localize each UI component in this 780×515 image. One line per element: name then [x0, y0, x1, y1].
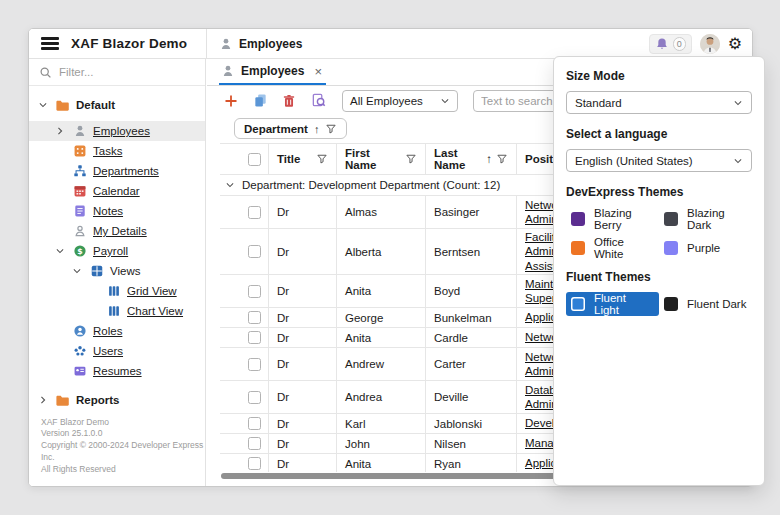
- language-select[interactable]: English (United States): [566, 149, 752, 172]
- filter-funnel-icon[interactable]: [496, 153, 508, 165]
- filter-dropdown[interactable]: All Employees: [342, 90, 458, 112]
- about-info: XAF Blazor DemoVersion 25.1.0.0Copyright…: [41, 417, 205, 476]
- resume-icon: [72, 364, 87, 379]
- sidebar-item-users[interactable]: Users: [29, 341, 205, 361]
- row-indent-cell: [220, 308, 240, 327]
- sidebar-item-notes[interactable]: Notes: [29, 201, 205, 221]
- user-avatar[interactable]: [700, 34, 720, 54]
- theme-option-purple[interactable]: Purple: [659, 236, 752, 260]
- cell-last-name: Bunkelman: [426, 308, 517, 327]
- cell-title: Dr: [269, 196, 337, 228]
- sidebar-item-default[interactable]: Default: [29, 95, 205, 115]
- hamburger-menu-icon[interactable]: [41, 37, 59, 50]
- sidebar-item-grid-view[interactable]: Grid View: [29, 281, 205, 301]
- column-header-last-name[interactable]: Last Name↑: [426, 144, 517, 174]
- row-checkbox[interactable]: [248, 285, 261, 298]
- row-indent-cell: [220, 328, 240, 347]
- cell-last-name: Basinger: [426, 196, 517, 228]
- theme-option-blazing-berry[interactable]: Blazing Berry: [566, 207, 659, 231]
- sidebar-item-label: Views: [110, 265, 140, 277]
- row-checkbox[interactable]: [248, 245, 261, 258]
- sidebar-item-tasks[interactable]: Tasks: [29, 141, 205, 161]
- row-checkbox[interactable]: [248, 391, 261, 404]
- row-select-cell: [240, 348, 269, 380]
- notifications-button[interactable]: 0: [649, 34, 692, 54]
- cell-title: Dr: [269, 348, 337, 380]
- cell-first-name: Karl: [337, 414, 426, 433]
- sidebar-item-label: My Details: [93, 225, 147, 237]
- column-header-label: Last Name: [434, 147, 478, 171]
- bars-icon: [106, 284, 121, 299]
- row-checkbox[interactable]: [248, 331, 261, 344]
- sidebar-item-roles[interactable]: Roles: [29, 321, 205, 341]
- theme-option-blazing-dark[interactable]: Blazing Dark: [659, 207, 752, 231]
- row-checkbox[interactable]: [248, 437, 261, 450]
- sidebar-item-label: Resumes: [93, 365, 142, 377]
- sidebar-item-employees[interactable]: Employees: [29, 121, 205, 141]
- close-icon[interactable]: ×: [314, 65, 322, 78]
- theme-option-fluent-dark[interactable]: Fluent Dark: [659, 292, 752, 316]
- navigation-tree: DefaultEmployeesTasksDepartmentsCalendar…: [29, 86, 205, 410]
- role-icon: [72, 324, 87, 339]
- cell-last-name: Deville: [426, 381, 517, 413]
- sort-asc-icon: ↑: [486, 153, 492, 165]
- cell-title: Dr: [269, 414, 337, 433]
- new-button[interactable]: [220, 90, 242, 112]
- sidebar-item-views[interactable]: Views: [29, 261, 205, 281]
- cell-last-name: Boyd: [426, 275, 517, 307]
- theme-swatch-icon: [571, 212, 585, 226]
- sidebar-item-calendar[interactable]: Calendar: [29, 181, 205, 201]
- users-icon: [72, 344, 87, 359]
- filter-funnel-icon[interactable]: [316, 153, 328, 165]
- column-header-title[interactable]: Title: [269, 144, 337, 174]
- settings-gear-icon[interactable]: ⚙: [728, 36, 742, 52]
- row-checkbox[interactable]: [248, 358, 261, 371]
- chevron-down-icon: [440, 96, 450, 106]
- sidebar-item-label: Departments: [93, 165, 159, 177]
- theme-option-fluent-light[interactable]: Fluent Light: [566, 292, 659, 316]
- row-checkbox[interactable]: [248, 311, 261, 324]
- theme-option-office-white[interactable]: Office White: [566, 236, 659, 260]
- language-value: English (United States): [575, 155, 693, 167]
- breadcrumb: Employees: [219, 37, 302, 51]
- devexpress-theme-list: Blazing BerryBlazing DarkOffice WhitePur…: [566, 207, 752, 260]
- sidebar-item-label: Grid View: [127, 285, 177, 297]
- row-checkbox[interactable]: [248, 417, 261, 430]
- chevron-right-icon[interactable]: [37, 395, 49, 405]
- chevron-down-icon[interactable]: [71, 266, 83, 276]
- theme-label: Blazing Berry: [594, 207, 654, 231]
- row-checkbox[interactable]: [248, 457, 261, 470]
- select-all-checkbox[interactable]: [248, 153, 261, 166]
- cell-first-name: Anita: [337, 328, 426, 347]
- sidebar-item-payroll[interactable]: $Payroll: [29, 241, 205, 261]
- group-chip-department[interactable]: Department ↑: [234, 118, 347, 139]
- sidebar-item-departments[interactable]: Departments: [29, 161, 205, 181]
- tab-employees[interactable]: Employees ×: [219, 59, 326, 85]
- row-checkbox[interactable]: [248, 206, 261, 219]
- person-icon: [72, 124, 87, 139]
- filter-input[interactable]: [59, 66, 179, 78]
- clone-button[interactable]: [249, 90, 271, 112]
- row-select-cell: [240, 308, 269, 327]
- filter-report-button[interactable]: [307, 90, 329, 112]
- chevron-down-icon[interactable]: [54, 246, 66, 256]
- filter-funnel-icon[interactable]: [325, 123, 337, 135]
- chevron-down-icon[interactable]: [220, 180, 240, 190]
- chevron-right-icon[interactable]: [54, 126, 66, 136]
- filter-funnel-icon[interactable]: [405, 153, 417, 165]
- size-mode-select[interactable]: Standard: [566, 91, 752, 114]
- sidebar-item-chart-view[interactable]: Chart View: [29, 301, 205, 321]
- dollar-icon: $: [72, 244, 87, 259]
- sidebar-item-label: Tasks: [93, 145, 122, 157]
- chevron-down-icon[interactable]: [37, 100, 49, 110]
- sidebar-item-my-details[interactable]: My Details: [29, 221, 205, 241]
- sidebar-item-reports[interactable]: Reports: [29, 390, 205, 410]
- language-heading: Select a language: [566, 127, 752, 141]
- column-header-label: First Name: [345, 147, 397, 171]
- delete-button[interactable]: [278, 90, 300, 112]
- cell-first-name: George: [337, 308, 426, 327]
- search-icon: [39, 66, 52, 79]
- sidebar-item-resumes[interactable]: Resumes: [29, 361, 205, 381]
- theme-label: Purple: [687, 242, 720, 254]
- column-header-first-name[interactable]: First Name: [337, 144, 426, 174]
